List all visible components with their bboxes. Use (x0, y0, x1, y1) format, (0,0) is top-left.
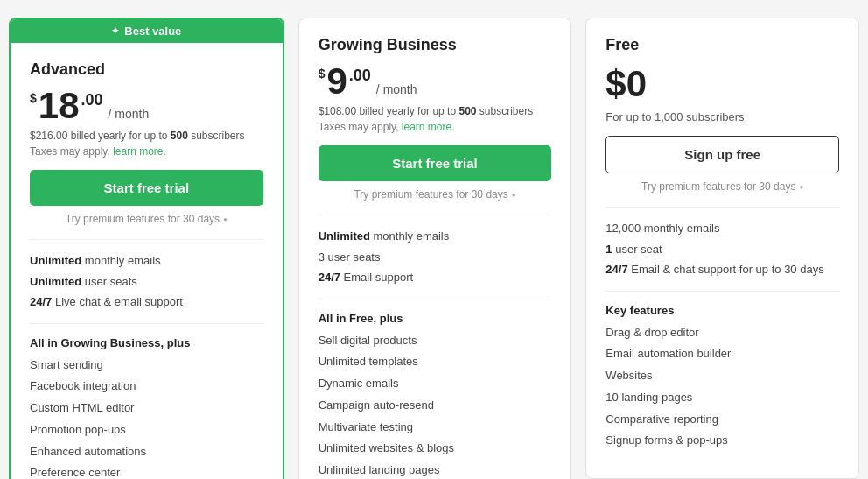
free-info: For up to 1,000 subscribers (606, 110, 839, 123)
trial-note-advanced: Try premium features for 30 days (30, 213, 263, 225)
billing-info-advanced: $216.00 billed yearly for up to 500 subs… (30, 130, 263, 142)
feature-item: Preference center (30, 462, 263, 479)
divider-free (606, 207, 839, 208)
highlight-bold: 1 (606, 243, 612, 256)
price-amount-advanced: 18 (38, 88, 80, 124)
highlight-item: 24/7 Live chat & email support (30, 292, 263, 313)
highlight-bold: Unlimited (30, 275, 81, 288)
trial-button-growing[interactable]: Start free trial (318, 145, 552, 181)
highlights-free: 12,000 monthly emails1 user seat24/7 Ema… (606, 218, 839, 280)
billing-info-growing: $108.00 billed yearly for up to 500 subs… (318, 105, 552, 117)
tax-note-growing: Taxes may apply, learn more. (318, 121, 552, 133)
highlight-bold: 24/7 (318, 271, 340, 284)
price-row-advanced: $ 18 .00 / month (30, 88, 263, 124)
plan-name-growing: Growing Business (318, 36, 552, 54)
section-title-free: Key features (606, 304, 839, 317)
section-title-advanced: All in Growing Business, plus (30, 336, 263, 349)
tax-note-advanced: Taxes may apply, learn more. (30, 145, 263, 158)
signup-button[interactable]: Sign up free (606, 136, 839, 173)
features-list-advanced: Smart sendingFacebook integrationCustom … (30, 355, 263, 480)
feature-item: Custom HTML editor (30, 398, 263, 419)
feature-item: Email automation builder (606, 343, 839, 365)
highlight-bold: Unlimited (30, 254, 81, 267)
price-cents-advanced: .00 (81, 91, 103, 109)
section-title-growing: All in Free, plus (318, 312, 552, 325)
price-dollar-growing: $ (318, 67, 326, 81)
price-zero-free: $0 (606, 63, 647, 105)
highlight-item: 24/7 Email support (318, 267, 552, 288)
card-body-growing: Growing Business $ 9 .00 / month $108.00… (299, 18, 571, 479)
best-value-badge: Best value (10, 19, 283, 43)
highlight-item: 3 user seats (318, 247, 552, 268)
feature-item: Promotion pop-ups (30, 419, 263, 441)
price-period-growing: / month (376, 82, 417, 96)
plan-card-growing: Growing Business $ 9 .00 / month $108.00… (298, 18, 572, 479)
feature-item: Websites (606, 365, 839, 387)
highlight-item: 24/7 Email & chat support for up to 30 d… (606, 259, 839, 280)
feature-item: 10 landing pages (606, 387, 839, 409)
feature-item: Unlimited websites & blogs (318, 438, 552, 460)
highlight-item: Unlimited monthly emails (318, 226, 552, 247)
highlights-growing: Unlimited monthly emails3 user seats24/7… (318, 226, 552, 288)
trial-note-free: Try premium features for 30 days (606, 180, 839, 193)
highlight-item: 12,000 monthly emails (606, 218, 839, 239)
price-row-growing: $ 9 .00 / month (318, 63, 552, 100)
feature-item: Sell digital products (318, 330, 552, 352)
price-cents-growing: .00 (349, 67, 371, 85)
plan-card-advanced: Best valueAdvanced $ 18 .00 / month $216… (9, 18, 284, 479)
trial-button-advanced[interactable]: Start free trial (30, 170, 263, 206)
feature-item: Smart sending (30, 355, 263, 377)
divider2-free (606, 291, 839, 292)
divider-growing (318, 215, 552, 215)
feature-item: Comparative reporting (606, 409, 839, 431)
plan-name-free: Free (606, 36, 839, 54)
highlights-advanced: Unlimited monthly emailsUnlimited user s… (30, 250, 263, 313)
divider-advanced (30, 239, 263, 240)
learn-more-link-advanced[interactable]: learn more. (113, 145, 166, 158)
card-body-free: Free $0 For up to 1,000 subscribersSign … (586, 18, 858, 478)
price-row-free: $0 (606, 63, 839, 105)
plan-name-advanced: Advanced (30, 60, 263, 79)
card-body-advanced: Advanced $ 18 .00 / month $216.00 billed… (10, 43, 283, 479)
feature-item: Enhanced automations (30, 441, 263, 463)
highlight-item: Unlimited user seats (30, 271, 263, 292)
divider2-advanced (30, 323, 263, 324)
highlight-bold: 24/7 (30, 295, 52, 308)
highlight-bold: Unlimited (318, 229, 370, 243)
pricing-container: Best valueAdvanced $ 18 .00 / month $216… (9, 18, 859, 479)
feature-item: Multivariate testing (318, 417, 552, 439)
feature-item: Unlimited landing pages (318, 460, 552, 479)
feature-item: Unlimited templates (318, 351, 552, 373)
highlight-bold: 24/7 (606, 263, 627, 276)
price-period-advanced: / month (108, 107, 150, 121)
feature-item: Campaign auto-resend (318, 395, 552, 417)
feature-item: Drag & drop editor (606, 322, 839, 344)
learn-more-link-growing[interactable]: learn more. (402, 121, 455, 133)
feature-item: Signup forms & pop-ups (606, 430, 839, 452)
price-amount-growing: 9 (326, 63, 346, 100)
features-list-free: Drag & drop editorEmail automation build… (606, 322, 839, 453)
price-dollar-advanced: $ (30, 91, 37, 105)
highlight-item: Unlimited monthly emails (30, 250, 263, 271)
feature-item: Dynamic emails (318, 373, 552, 395)
feature-item: Facebook integration (30, 376, 263, 398)
plan-card-free: Free $0 For up to 1,000 subscribersSign … (585, 18, 859, 479)
trial-note-growing: Try premium features for 30 days (318, 188, 552, 201)
divider2-growing (318, 299, 552, 299)
features-list-growing: Sell digital productsUnlimited templates… (318, 330, 552, 480)
highlight-item: 1 user seat (606, 239, 839, 260)
